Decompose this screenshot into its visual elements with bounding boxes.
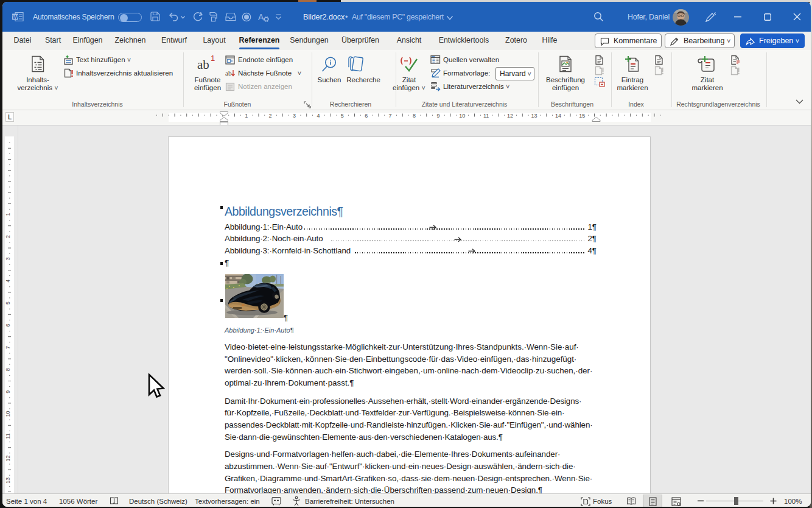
svg-text:10: 10 xyxy=(459,113,465,119)
svg-text:3: 3 xyxy=(293,113,296,119)
svg-text:8: 8 xyxy=(5,368,11,371)
svg-text:9: 9 xyxy=(436,113,439,119)
svg-text:13: 13 xyxy=(5,478,11,484)
svg-text:5: 5 xyxy=(341,113,344,119)
svg-text:W: W xyxy=(13,13,18,20)
svg-text:7: 7 xyxy=(389,113,392,119)
svg-text:1: 1 xyxy=(245,113,248,119)
svg-text:1: 1 xyxy=(5,213,11,216)
svg-text:2: 2 xyxy=(269,113,272,119)
svg-text:4: 4 xyxy=(317,113,320,119)
svg-text:12: 12 xyxy=(5,455,11,461)
svg-text:12: 12 xyxy=(507,113,513,119)
svg-text:7: 7 xyxy=(5,346,11,349)
svg-text:8: 8 xyxy=(413,113,416,119)
svg-text:2: 2 xyxy=(5,235,11,238)
svg-text:15: 15 xyxy=(579,113,585,119)
svg-text:13: 13 xyxy=(531,113,537,119)
svg-text:11: 11 xyxy=(5,433,11,439)
svg-text:5: 5 xyxy=(5,302,11,305)
svg-text:A: A xyxy=(258,12,264,22)
svg-text:6: 6 xyxy=(365,113,368,119)
svg-text:10: 10 xyxy=(5,411,11,417)
svg-text:4: 4 xyxy=(5,280,11,283)
svg-text:9: 9 xyxy=(5,390,11,393)
svg-text:6: 6 xyxy=(5,323,11,326)
svg-text:11: 11 xyxy=(483,113,489,119)
svg-text:3: 3 xyxy=(5,257,11,260)
svg-text:14: 14 xyxy=(555,113,561,119)
